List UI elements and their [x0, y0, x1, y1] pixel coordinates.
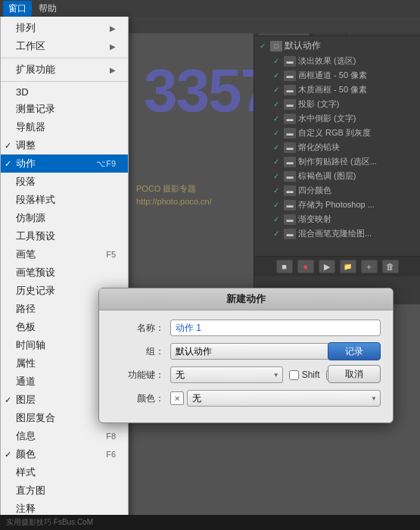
footer-bar: 实用摄影技巧 FsBus.CoM [0, 515, 420, 530]
dialog-overlay: 新建动作 名称： 组： 默认动作 ▼ [0, 0, 420, 530]
dialog-title: 新建动作 [99, 288, 393, 310]
dialog-buttons: 记录 取消 [328, 342, 381, 383]
group-label: 组： [111, 345, 164, 358]
dialog-color-row: 颜色： ✕ 无 ▼ [111, 390, 381, 407]
color-value-wrapper: 无 ▼ [187, 390, 381, 407]
name-label: 名称： [111, 322, 164, 335]
key-select-wrapper: 无 ▼ [170, 366, 283, 383]
key-select[interactable]: 无 [170, 366, 283, 383]
name-input[interactable] [170, 320, 381, 336]
dialog-name-row: 名称： [111, 320, 381, 336]
color-select[interactable]: 无 [187, 390, 381, 407]
shift-checkbox[interactable] [289, 370, 299, 380]
footer-text: 实用摄影技巧 FsBus.CoM [6, 517, 93, 528]
cancel-button[interactable]: 取消 [328, 365, 381, 383]
shift-label: Shift [302, 369, 320, 380]
key-label: 功能键： [111, 369, 164, 382]
shift-checkbox-label[interactable]: Shift [289, 369, 320, 380]
color-select-wrapper: ✕ 无 ▼ [170, 390, 381, 407]
record-button[interactable]: 记录 [328, 342, 381, 360]
new-action-dialog: 新建动作 名称： 组： 默认动作 ▼ [98, 288, 394, 423]
color-x-icon: ✕ [170, 391, 184, 405]
color-label: 颜色： [111, 392, 164, 405]
